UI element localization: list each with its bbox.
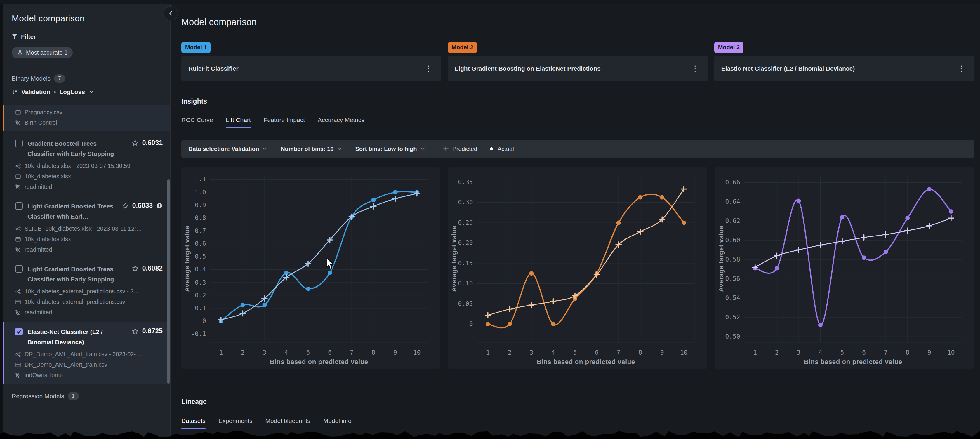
sidebar-scrollbar[interactable] bbox=[167, 179, 170, 383]
svg-text:6: 6 bbox=[862, 349, 866, 356]
svg-text:0.60: 0.60 bbox=[725, 237, 740, 244]
model-checkbox-checked[interactable] bbox=[15, 328, 23, 336]
model-3-card[interactable]: Elastic-Net Classifier (L2 / Binomial De… bbox=[714, 56, 974, 81]
chevron-left-icon bbox=[168, 10, 174, 17]
section-count-badge: 1 bbox=[68, 392, 79, 400]
kebab-menu-icon[interactable]: ⋮ bbox=[956, 64, 967, 74]
target-icon bbox=[15, 372, 21, 378]
svg-text:8: 8 bbox=[905, 349, 909, 356]
legend-predicted-label: Predicted bbox=[453, 146, 477, 153]
svg-text:5: 5 bbox=[306, 349, 310, 356]
filter-chip-most-accurate[interactable]: Most accurate 1 bbox=[12, 47, 73, 58]
tab-lift-chart[interactable]: Lift Chart bbox=[226, 116, 251, 128]
model-2-card[interactable]: Light Gradient Boosting on ElasticNet Pr… bbox=[448, 56, 708, 81]
separator: • bbox=[54, 88, 56, 95]
sort-bins-dropdown[interactable]: Sort bins: Low to high bbox=[355, 146, 425, 153]
sidebar-collapse-button[interactable] bbox=[164, 6, 178, 21]
model-1-badge: Model 1 bbox=[181, 42, 210, 53]
data-selection-label: Data selection: Validation bbox=[188, 146, 259, 153]
tab-datasets[interactable]: Datasets bbox=[181, 417, 205, 429]
torn-screenshot-edge bbox=[0, 430, 980, 439]
dataset-icon bbox=[15, 174, 21, 180]
legend-actual[interactable]: Actual bbox=[489, 146, 514, 153]
data-selection-dropdown[interactable]: Data selection: Validation bbox=[188, 146, 268, 153]
svg-text:7: 7 bbox=[350, 349, 354, 356]
model-name: Elastic-Net Classifier (L2 / Binomial De… bbox=[27, 327, 124, 347]
svg-text:0.4: 0.4 bbox=[195, 266, 206, 273]
svg-text:8: 8 bbox=[371, 349, 375, 356]
svg-text:Average target value: Average target value bbox=[183, 225, 191, 292]
model-3-badge: Model 3 bbox=[714, 42, 743, 53]
model-column-3: Model 3 Elastic-Net Classifier (L2 / Bin… bbox=[714, 42, 974, 81]
lift-chart-svg-model-1: -0.100.10.20.30.40.50.60.70.80.91.01.112… bbox=[181, 167, 440, 369]
dataset-icon bbox=[15, 110, 21, 115]
model-name: Light Gradient Boosted Trees Classifier … bbox=[27, 201, 122, 221]
tab-roc-curve[interactable]: ROC Curve bbox=[181, 116, 213, 128]
filter-button[interactable]: Filter bbox=[12, 33, 161, 40]
lift-chart-svg-model-2: 00.050.100.150.200.250.300.3512345678910… bbox=[448, 167, 707, 369]
svg-text:4: 4 bbox=[819, 349, 822, 356]
sidebar-header: Model comparison Filter Most accurate 1 bbox=[3, 4, 170, 66]
star-icon[interactable] bbox=[132, 140, 139, 146]
star-icon[interactable] bbox=[122, 202, 129, 209]
svg-text:1.0: 1.0 bbox=[195, 189, 206, 196]
number-of-bins-dropdown[interactable]: Number of bins: 10 bbox=[281, 146, 342, 153]
experiment-icon bbox=[15, 289, 21, 294]
sort-selector[interactable]: Validation • LogLoss bbox=[3, 88, 170, 95]
tab-experiments[interactable]: Experiments bbox=[218, 417, 253, 429]
dataset-icon bbox=[15, 237, 21, 242]
model-checkbox[interactable] bbox=[15, 202, 23, 210]
info-icon[interactable] bbox=[156, 202, 163, 209]
svg-text:0.2: 0.2 bbox=[195, 292, 206, 299]
number-of-bins-label: Number of bins: 10 bbox=[281, 146, 334, 153]
svg-text:3: 3 bbox=[530, 349, 533, 356]
tab-feature-impact[interactable]: Feature Impact bbox=[264, 116, 305, 128]
star-icon[interactable] bbox=[132, 265, 139, 272]
model-list-item[interactable]: Light Gradient Boosted Trees Classifier … bbox=[3, 259, 170, 322]
svg-text:0: 0 bbox=[202, 317, 206, 324]
model-list-item-partial[interactable]: Pregnancy.csv Birth Control bbox=[3, 105, 170, 131]
tab-model-blueprints[interactable]: Model blueprints bbox=[266, 417, 310, 429]
svg-text:0.25: 0.25 bbox=[458, 219, 473, 226]
star-icon[interactable] bbox=[132, 328, 139, 335]
svg-text:Bins based on predicted value: Bins based on predicted value bbox=[804, 358, 902, 366]
svg-text:5: 5 bbox=[573, 349, 577, 356]
model-list-item-selected[interactable]: Elastic-Net Classifier (L2 / Binomial De… bbox=[3, 322, 170, 385]
tab-accuracy-metrics[interactable]: Accuracy Metrics bbox=[318, 116, 364, 128]
svg-text:1: 1 bbox=[486, 349, 490, 356]
kebab-menu-icon[interactable]: ⋮ bbox=[423, 64, 434, 74]
svg-text:10: 10 bbox=[413, 349, 420, 356]
svg-text:7: 7 bbox=[617, 349, 620, 356]
svg-text:0.1: 0.1 bbox=[195, 304, 206, 312]
section-label: Regression Models bbox=[12, 393, 64, 399]
filter-label: Filter bbox=[21, 33, 36, 40]
svg-text:0.7: 0.7 bbox=[195, 227, 206, 234]
svg-text:0.54: 0.54 bbox=[725, 294, 740, 302]
tab-model-info[interactable]: Model info bbox=[323, 417, 352, 429]
model-checkbox[interactable] bbox=[15, 140, 23, 147]
legend-predicted[interactable]: Predicted bbox=[443, 146, 477, 153]
check-icon bbox=[16, 328, 22, 335]
model-list-item[interactable]: Light Gradient Boosted Trees Classifier … bbox=[3, 196, 170, 259]
main-content: Model comparison Model 1 RuleFit Classif… bbox=[171, 4, 980, 439]
kebab-menu-icon[interactable]: ⋮ bbox=[689, 64, 701, 74]
svg-text:4: 4 bbox=[551, 349, 555, 356]
item-dataset: 10k_diabetes.xlsx bbox=[24, 236, 71, 243]
item-dataset: 10k_diabetes.xlsx bbox=[24, 173, 71, 180]
chevron-down-icon bbox=[336, 146, 342, 152]
svg-text:0.20: 0.20 bbox=[458, 239, 473, 247]
experiment-icon bbox=[15, 163, 21, 169]
svg-text:0.66: 0.66 bbox=[725, 179, 740, 186]
lift-chart-model-3: 0.500.520.540.560.580.600.620.640.661234… bbox=[716, 167, 974, 369]
item-experiment: 10k_diabetes_external_predictions.csv - … bbox=[24, 288, 140, 295]
model-1-card[interactable]: RuleFit Classifier ⋮ bbox=[181, 56, 441, 81]
svg-text:Bins based on predicted value: Bins based on predicted value bbox=[537, 358, 635, 366]
model-checkbox[interactable] bbox=[15, 265, 23, 273]
item-dataset: 10k_diabetes_external_predictions.csv bbox=[24, 299, 125, 305]
lift-chart-svg-model-3: 0.500.520.540.560.580.600.620.640.661234… bbox=[716, 167, 974, 369]
insights-tabs: ROC Curve Lift Chart Feature Impact Accu… bbox=[181, 116, 974, 128]
model-list-item[interactable]: Gradient Boosted Trees Classifier with E… bbox=[3, 134, 170, 196]
sort-bins-label: Sort bins: Low to high bbox=[355, 146, 417, 153]
top-strip bbox=[0, 0, 980, 4]
sidebar-title: Model comparison bbox=[12, 13, 161, 23]
